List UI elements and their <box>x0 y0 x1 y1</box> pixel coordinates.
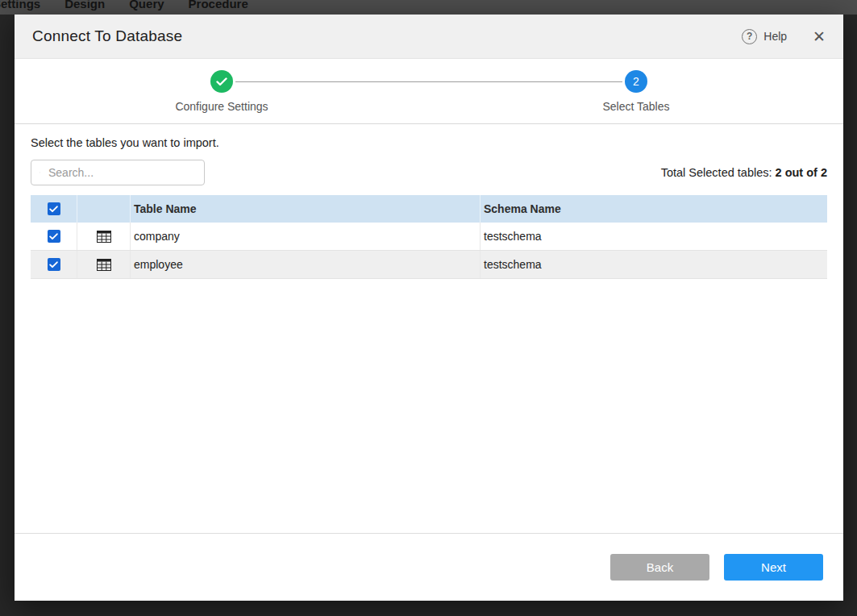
background-menu: Settings Design Query Procedure <box>0 0 248 10</box>
help-button[interactable]: ? Help <box>742 29 787 44</box>
cell-table-name: employee <box>131 251 481 278</box>
dialog-title: Connect To Database <box>32 27 742 45</box>
menu-item-procedure: Procedure <box>189 0 248 10</box>
back-button[interactable]: Back <box>610 554 709 581</box>
connect-to-database-dialog: Connect To Database ? Help ✕ Configure S… <box>15 15 843 601</box>
selection-summary-value: 2 out of 2 <box>776 166 827 179</box>
wizard-stepper: Configure Settings 2 Select Tables <box>15 59 843 124</box>
search-box <box>31 160 205 185</box>
row-checkbox-cell <box>31 223 77 250</box>
step-2-number-badge: 2 <box>625 70 647 93</box>
help-label: Help <box>763 30 787 43</box>
table-grid-icon <box>97 231 111 243</box>
search-input[interactable] <box>47 165 196 180</box>
step-2-label: Select Tables <box>602 100 669 113</box>
cell-schema-name: testschema <box>481 251 827 278</box>
table-grid-icon <box>97 259 111 271</box>
step-1-completed-check-icon <box>210 70 233 93</box>
next-button[interactable]: Next <box>724 554 823 581</box>
table-row[interactable]: employee testschema <box>31 251 827 279</box>
row-icon-cell <box>77 223 131 250</box>
row-icon-cell <box>77 251 131 278</box>
dialog-header: Connect To Database ? Help ✕ <box>15 15 843 59</box>
controls-row: Total Selected tables: 2 out of 2 <box>31 160 827 185</box>
dialog-footer: Back Next <box>15 533 843 601</box>
select-all-checkbox[interactable] <box>48 202 60 215</box>
header-icon-cell <box>77 195 131 223</box>
help-icon: ? <box>742 29 757 44</box>
dialog-body: Select the tables you want to import. To… <box>15 124 843 533</box>
background-app-bar: Settings Design Query Procedure <box>0 0 857 15</box>
row-checkbox[interactable] <box>48 258 60 271</box>
cell-table-name: company <box>131 223 481 250</box>
header-table-name: Table Name <box>131 195 481 223</box>
search-icon <box>40 167 40 178</box>
menu-item-design: Design <box>64 0 105 10</box>
instruction-text: Select the tables you want to import. <box>31 136 827 149</box>
selection-summary-label: Total Selected tables: <box>661 166 772 179</box>
tables-list: Table Name Schema Name <box>31 195 827 279</box>
menu-item-query: Query <box>129 0 164 10</box>
close-icon[interactable]: ✕ <box>813 29 826 44</box>
menu-item-settings: Settings <box>0 0 40 10</box>
cell-schema-name: testschema <box>481 223 827 250</box>
row-checkbox[interactable] <box>48 230 60 243</box>
row-checkbox-cell <box>31 251 77 278</box>
selection-summary: Total Selected tables: 2 out of 2 <box>661 166 827 179</box>
step-configure-settings: Configure Settings <box>15 70 429 113</box>
table-header-row: Table Name Schema Name <box>31 195 827 223</box>
table-row[interactable]: company testschema <box>31 223 827 251</box>
stepper-connector-line <box>235 81 622 82</box>
header-checkbox-cell <box>31 195 77 223</box>
header-schema-name: Schema Name <box>481 195 827 223</box>
step-select-tables: 2 Select Tables <box>429 70 843 113</box>
step-1-label: Configure Settings <box>175 100 268 113</box>
